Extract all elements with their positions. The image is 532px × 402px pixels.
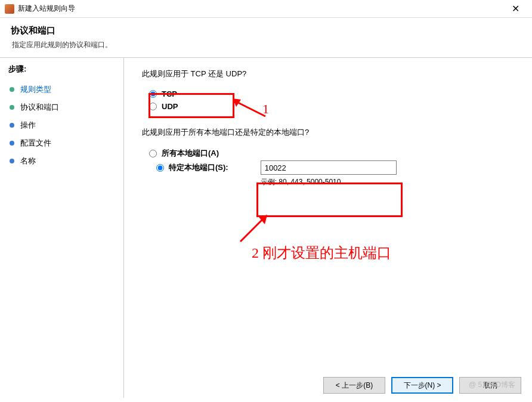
radio-specific-ports[interactable]: 特定本地端口(S): bbox=[156, 160, 228, 175]
protocol-radio-group: TCP UDP bbox=[149, 88, 514, 113]
window-title: 新建入站规则向导 bbox=[18, 4, 503, 14]
port-radio-group: 所有本地端口(A) 特定本地端口(S): 示例: 80, 443, 5000-5… bbox=[149, 146, 514, 187]
wizard-footer: < 上一步(B) 下一步(N) > 取消 bbox=[323, 377, 521, 394]
radio-udp[interactable]: UDP bbox=[149, 100, 514, 113]
port-example: 示例: 80, 443, 5000-5010 bbox=[261, 177, 397, 187]
bullet-icon bbox=[10, 141, 14, 146]
app-icon bbox=[5, 4, 14, 14]
page-title: 协议和端口 bbox=[11, 25, 521, 36]
question-ports: 此规则应用于所有本地端口还是特定的本地端口? bbox=[142, 127, 514, 138]
step-action[interactable]: 操作 bbox=[8, 116, 115, 134]
bullet-icon bbox=[10, 105, 14, 110]
page-subtitle: 指定应用此规则的协议和端口。 bbox=[11, 40, 521, 50]
next-button[interactable]: 下一步(N) > bbox=[391, 377, 453, 394]
port-input[interactable] bbox=[261, 160, 397, 175]
radio-all-ports-input[interactable] bbox=[149, 150, 157, 157]
cancel-button[interactable]: 取消 bbox=[459, 377, 521, 394]
step-name[interactable]: 名称 bbox=[8, 152, 115, 170]
wizard-content: 此规则应用于 TCP 还是 UDP? TCP UDP 此规则应用于所有本地端口还… bbox=[124, 58, 532, 398]
titlebar: 新建入站规则向导 ✕ bbox=[0, 0, 532, 18]
step-label: 配置文件 bbox=[20, 138, 51, 149]
step-protocol-port[interactable]: 协议和端口 bbox=[8, 98, 115, 116]
radio-tcp-label: TCP bbox=[162, 89, 177, 98]
step-profile[interactable]: 配置文件 bbox=[8, 134, 115, 152]
wizard-header: 协议和端口 指定应用此规则的协议和端口。 bbox=[0, 18, 532, 56]
bullet-icon bbox=[10, 123, 14, 128]
radio-specific-ports-input[interactable] bbox=[156, 164, 164, 172]
step-label: 操作 bbox=[20, 120, 36, 131]
steps-heading: 步骤: bbox=[8, 64, 115, 75]
radio-tcp-input[interactable] bbox=[149, 90, 157, 98]
question-protocol: 此规则应用于 TCP 还是 UDP? bbox=[142, 69, 514, 79]
radio-all-ports[interactable]: 所有本地端口(A) bbox=[149, 146, 514, 160]
radio-udp-label: UDP bbox=[162, 102, 178, 111]
step-rule-type[interactable]: 规则类型 bbox=[8, 81, 115, 98]
radio-udp-input[interactable] bbox=[149, 103, 157, 110]
step-label: 规则类型 bbox=[20, 84, 51, 95]
radio-specific-ports-label: 特定本地端口(S): bbox=[169, 162, 228, 173]
step-label: 名称 bbox=[20, 156, 36, 166]
back-button[interactable]: < 上一步(B) bbox=[323, 377, 385, 394]
steps-sidebar: 步骤: 规则类型 协议和端口 操作 配置文件 名称 bbox=[0, 58, 124, 398]
bullet-icon bbox=[10, 159, 14, 163]
radio-all-ports-label: 所有本地端口(A) bbox=[162, 148, 219, 159]
step-label: 协议和端口 bbox=[20, 102, 59, 113]
radio-tcp[interactable]: TCP bbox=[149, 88, 514, 100]
bullet-icon bbox=[10, 87, 14, 92]
close-icon[interactable]: ✕ bbox=[503, 3, 527, 14]
